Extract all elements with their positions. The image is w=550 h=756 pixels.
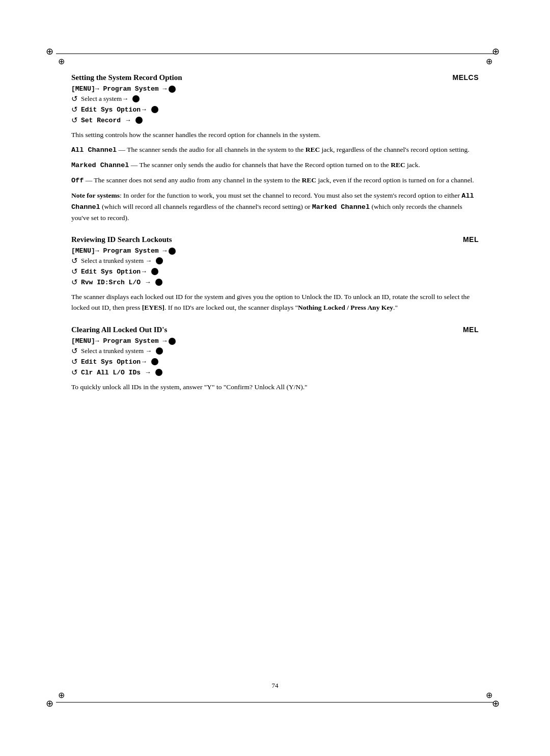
body-para-1-0: This setting controls how the scanner ha… (71, 130, 479, 141)
nav-edit-sys-option-1: ↺ Edit Sys Option→ (71, 105, 479, 114)
nav-circle-3b (156, 347, 163, 355)
nav-circle-2a (169, 248, 176, 255)
page-number: 74 (272, 682, 279, 689)
nav-set-record-1: ↺ Set Record → (71, 116, 479, 125)
section-tag-1: MELCS (453, 73, 479, 82)
nav-circle-3d (155, 369, 162, 376)
section-title-2: Reviewing ID Search Lockouts (71, 235, 172, 244)
nav-menu-text: [MENU]→ Program System → (71, 85, 167, 93)
nav-circle-1b (132, 95, 140, 102)
page: Setting the System Record Option MELCS [… (0, 0, 550, 756)
cross-mark-bottom-right (484, 690, 494, 700)
body-section-3: To quickly unlock all IDs in the system,… (71, 382, 479, 393)
body-section-2: The scanner displays each locked out ID … (71, 292, 479, 313)
bottom-border-line (56, 702, 494, 703)
rotate-icon-1b: ↺ (71, 105, 78, 114)
nav-select-trunked-3a: ↺ Select a trunked system → (71, 346, 479, 356)
nav-edit-sys-option-3: ↺ Edit Sys Option→ (71, 357, 479, 366)
rotate-icon-2b: ↺ (71, 267, 78, 276)
nav-clr-all-3: ↺ Clr All L/O IDs → (71, 368, 479, 377)
cross-mark-bottom-left (56, 690, 66, 700)
body-para-1-4: Note for systems: In order for the funct… (71, 191, 479, 224)
section-clearing-all-locked-out-ids: Clearing All Locked Out ID's MEL [MENU]→… (71, 326, 479, 393)
nav-select-trunked-2a: ↺ Select a trunked system → (71, 256, 479, 265)
nav-path-1-menu: [MENU]→ Program System → (71, 85, 479, 93)
top-border-line (56, 53, 494, 54)
section-header-2: Reviewing ID Search Lockouts MEL (71, 235, 479, 244)
nav-circle-1c (151, 106, 158, 113)
rotate-icon-3b: ↺ (71, 357, 78, 366)
section-title-3: Clearing All Locked Out ID's (71, 326, 167, 334)
cross-mark-top-right (484, 56, 494, 66)
nav-rvw-id-2: ↺ Rvw ID:Srch L/O → (71, 278, 479, 287)
body-para-1-1: All Channel — The scanner sends the audi… (71, 145, 479, 156)
section-title-1: Setting the System Record Option (71, 73, 182, 82)
section-reviewing-id-search-lockouts: Reviewing ID Search Lockouts MEL [MENU]→… (71, 235, 479, 313)
body-section-1: This setting controls how the scanner ha… (71, 130, 479, 223)
rotate-icon-1a: ↺ (71, 94, 78, 103)
nav-circle-2d (155, 279, 162, 286)
section-header-3: Clearing All Locked Out ID's MEL (71, 326, 479, 334)
cross-mark-top-left (56, 56, 66, 66)
nav-circle-3a (169, 338, 176, 345)
rotate-icon-2a: ↺ (71, 256, 78, 265)
body-para-2-0: The scanner displays each locked out ID … (71, 292, 479, 313)
rotate-icon-3c: ↺ (71, 368, 78, 377)
nav-circle-2c (151, 268, 158, 275)
body-para-1-2: Marked Channel — The scanner only sends … (71, 160, 479, 171)
section-tag-3: MEL (463, 326, 479, 334)
nav-circle-1 (169, 86, 176, 93)
nav-select-system-1: ↺ Select a system→ (71, 94, 479, 103)
section-setting-system-record-option: Setting the System Record Option MELCS [… (71, 73, 479, 223)
rotate-icon-2c: ↺ (71, 278, 78, 287)
section-tag-2: MEL (463, 235, 479, 244)
nav-path-3-menu: [MENU]→ Program System → (71, 337, 479, 345)
nav-path-2-menu: [MENU]→ Program System → (71, 247, 479, 255)
nav-edit-sys-option-2: ↺ Edit Sys Option→ (71, 267, 479, 276)
rotate-icon-3a: ↺ (71, 346, 78, 356)
nav-circle-1d (135, 117, 143, 124)
nav-circle-2b (156, 257, 163, 264)
nav-circle-3c (151, 358, 158, 365)
section-header-1: Setting the System Record Option MELCS (71, 73, 479, 82)
body-para-1-3: Off — The scanner does not send any audi… (71, 175, 479, 186)
body-para-3-0: To quickly unlock all IDs in the system,… (71, 382, 479, 393)
rotate-icon-1c: ↺ (71, 116, 78, 125)
